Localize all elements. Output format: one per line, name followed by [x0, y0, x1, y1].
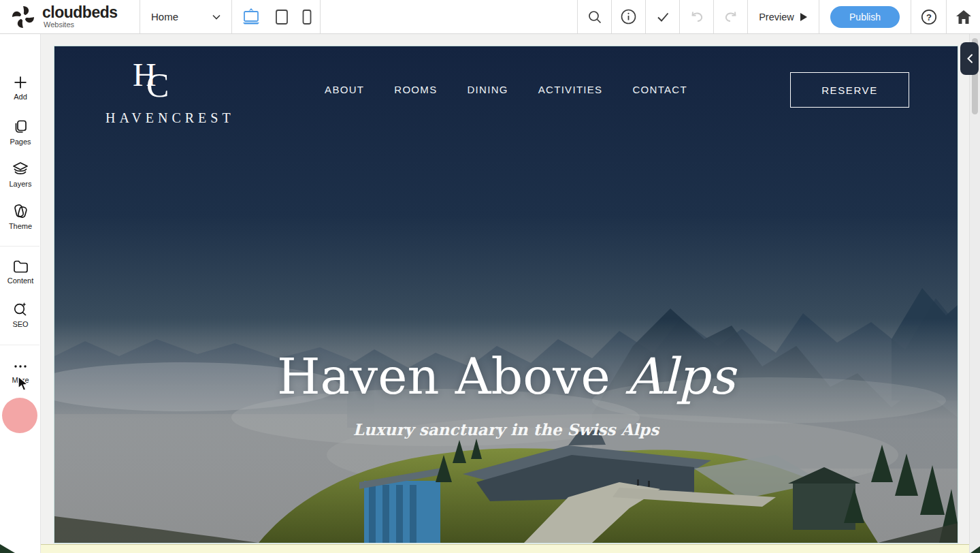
undo-button[interactable] [679, 0, 713, 33]
sidebar-divider [0, 246, 39, 247]
home-icon [956, 10, 971, 24]
redo-icon [723, 10, 739, 25]
nav-item-contact[interactable]: CONTACT [632, 84, 687, 95]
tablet-device-icon[interactable] [275, 8, 289, 26]
brand-product: Websites [44, 21, 118, 29]
page-selector-value: Home [151, 11, 178, 22]
page-selector-dropdown[interactable]: Home [140, 0, 231, 33]
publish-button[interactable]: Publish [830, 6, 900, 28]
sidebar-label: Pages [10, 138, 31, 146]
nav-item-dining[interactable]: DINING [467, 84, 508, 95]
logo-monogram: H C [105, 59, 204, 102]
publish-cell: Publish [819, 0, 911, 33]
hero-copy: Haven Above Alps Luxury sanctuary in the… [54, 347, 958, 439]
editor-toolbar: cloudbeds Websites Home [0, 0, 980, 34]
panel-collapse-tab[interactable] [960, 42, 979, 75]
info-icon [621, 9, 636, 25]
preview-label: Preview [759, 12, 794, 22]
canvas-scrollbar[interactable] [969, 34, 980, 553]
site-header: H C HAVENCREST ABOUT ROOMS DINING ACTIVI… [54, 46, 958, 135]
play-icon [800, 12, 808, 22]
cloudbeds-logo-icon [10, 3, 37, 31]
chevron-down-icon [212, 14, 220, 20]
sidebar-item-layers[interactable]: Layers [0, 161, 41, 188]
checkmark-icon [655, 10, 670, 25]
sidebar-item-theme[interactable]: Theme [0, 203, 41, 230]
preview-button[interactable]: Preview [747, 0, 819, 33]
help-icon: ? [921, 9, 937, 25]
redo-button[interactable] [713, 0, 747, 33]
pages-icon [12, 118, 29, 135]
device-switcher [231, 0, 320, 33]
svg-text:?: ? [926, 12, 932, 22]
logo-wordmark: HAVENCREST [105, 110, 204, 126]
search-icon [587, 10, 602, 25]
nav-item-rooms[interactable]: ROOMS [394, 84, 437, 95]
ellipsis-icon [12, 360, 29, 373]
sidebar-item-add[interactable]: Add [0, 75, 41, 101]
sidebar-item-content[interactable]: Content [0, 259, 41, 285]
brand-name: cloudbeds [42, 5, 118, 20]
folder-icon [12, 259, 29, 274]
toolbar-spacer [320, 0, 577, 33]
next-section-strip [41, 544, 980, 553]
theme-icon [12, 203, 29, 219]
mobile-device-icon[interactable] [302, 8, 312, 26]
sidebar-item-seo[interactable]: SEO [0, 301, 41, 328]
cursor-highlight-circle [2, 398, 37, 433]
sidebar-label: Theme [9, 222, 32, 230]
mouse-cursor [16, 376, 30, 392]
sidebar-label: SEO [12, 320, 28, 328]
info-button[interactable] [611, 0, 645, 33]
sidebar-divider [0, 345, 39, 345]
editor-workspace: H C HAVENCREST ABOUT ROOMS DINING ACTIVI… [41, 34, 980, 553]
cloudbeds-brand: cloudbeds Websites [0, 0, 140, 33]
saved-check-button[interactable] [645, 0, 679, 33]
hero-subtitle[interactable]: Luxury sanctuary in the Swiss Alps [54, 420, 958, 439]
help-button[interactable]: ? [911, 0, 946, 33]
sidebar-label: Add [14, 93, 27, 101]
chevron-left-icon [966, 54, 973, 63]
sidebar-item-pages[interactable]: Pages [0, 118, 41, 146]
desktop-device-icon[interactable] [241, 8, 261, 26]
undo-icon [689, 10, 705, 25]
sidebar-label: Content [7, 276, 34, 285]
search-button[interactable] [577, 0, 611, 33]
plus-icon [13, 75, 28, 90]
sidebar-label: Layers [9, 180, 31, 188]
hero-title[interactable]: Haven Above Alps [54, 347, 958, 405]
website-canvas[interactable]: H C HAVENCREST ABOUT ROOMS DINING ACTIVI… [54, 46, 958, 543]
hero-title-accent: Alps [626, 347, 735, 405]
seo-search-icon [12, 301, 29, 317]
editor-sidebar: Add Pages Layers Theme Content [0, 34, 41, 553]
hero-title-main: Haven Above [277, 347, 626, 405]
dashboard-home-button[interactable] [946, 0, 980, 33]
layers-icon [12, 161, 29, 177]
nav-item-about[interactable]: ABOUT [325, 84, 364, 95]
reserve-button[interactable]: RESERVE [790, 72, 909, 108]
nav-item-activities[interactable]: ACTIVITIES [538, 84, 603, 95]
